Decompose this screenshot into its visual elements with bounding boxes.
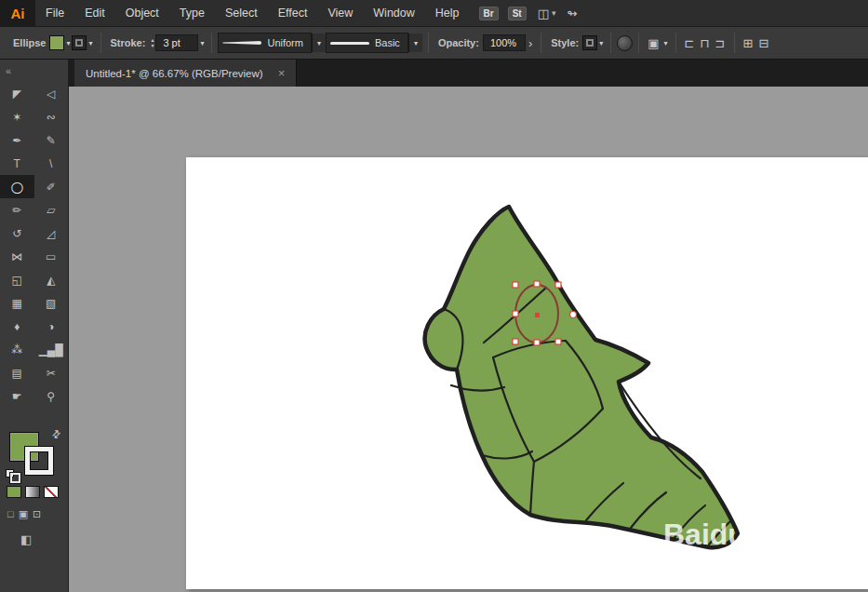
eraser-tool[interactable]: ▱ — [34, 198, 69, 222]
style-swatch[interactable] — [582, 35, 597, 50]
symbol-sprayer-tool[interactable]: ⁂ — [0, 338, 34, 361]
menu-object[interactable]: Object — [115, 0, 169, 26]
stroke-weight-stepper[interactable]: ▴▾ — [151, 37, 154, 48]
chevron-down-icon[interactable]: ▾ — [88, 39, 92, 47]
pen-tool[interactable]: ✒ — [0, 128, 34, 152]
workspace-icon[interactable]: ◫ — [538, 7, 549, 20]
opacity-input[interactable]: 100% — [483, 34, 526, 51]
tool-grid: ◤ ◁ ✶ ∾ ✒ ✎ T \ ◯ ✐ ✏ ▱ ↺ ◿ ⋈ ▭ ◱ ◭ ▦ ▧ … — [0, 82, 68, 408]
free-transform-tool[interactable]: ▭ — [34, 245, 69, 268]
lasso-tool[interactable]: ∾ — [34, 105, 69, 128]
tools-panel: « ◤ ◁ ✶ ∾ ✒ ✎ T \ ◯ ✐ ✏ ▱ ↺ ◿ ⋈ ▭ ◱ ◭ ▦ … — [0, 60, 69, 592]
width-tool[interactable]: ⋈ — [0, 245, 34, 268]
blend-tool[interactable]: ◑ — [34, 315, 69, 338]
magic-wand-tool[interactable]: ✶ — [0, 105, 34, 128]
collapse-icon: « — [6, 65, 11, 76]
draw-normal-icon[interactable]: □ — [7, 508, 14, 520]
rotate-tool[interactable]: ↺ — [0, 222, 34, 245]
document-tab[interactable]: Untitled-1* @ 66.67% (RGB/Preview) × — [74, 60, 297, 87]
hand-tool[interactable]: ☛ — [0, 384, 34, 408]
eyedropper-tool[interactable]: ♦ — [0, 315, 34, 338]
direct-selection-tool[interactable]: ◁ — [34, 82, 69, 105]
chevron-down-icon[interactable]: ▾ — [552, 8, 556, 18]
slice-tool[interactable]: ✂ — [34, 361, 69, 384]
document-tab-title: Untitled-1* @ 66.67% (RGB/Preview) — [86, 68, 263, 79]
align-right-icon[interactable]: ⊐ — [715, 36, 726, 50]
canvas-area[interactable]: Baidu — [69, 87, 868, 592]
gradient-tool[interactable]: ▧ — [34, 291, 69, 315]
cocoon-shape[interactable] — [425, 207, 738, 547]
chevron-down-icon[interactable]: ▾ — [664, 39, 668, 47]
perspective-grid-tool[interactable]: ◭ — [34, 268, 69, 291]
menu-help[interactable]: Help — [425, 0, 470, 26]
menu-window[interactable]: Window — [363, 0, 424, 26]
panel-collapse-button[interactable]: « — [0, 60, 68, 82]
fill-color-swatch[interactable] — [49, 35, 64, 50]
paintbrush-tool[interactable]: ✐ — [34, 175, 69, 198]
mesh-tool[interactable]: ▦ — [0, 291, 34, 315]
width-profile-preview — [222, 41, 261, 45]
chevron-down-icon[interactable]: ▾ — [66, 39, 70, 47]
transform-panel-icon[interactable]: ⊞ — [743, 36, 754, 50]
gradient-button[interactable] — [25, 486, 40, 498]
curvature-tool[interactable]: ✎ — [34, 128, 69, 152]
chevron-down-icon[interactable]: ▾ — [599, 39, 603, 47]
menu-view[interactable]: View — [317, 0, 363, 26]
pointer-swirl-icon[interactable]: ↬ — [567, 7, 577, 20]
stepper-down-icon[interactable]: ▾ — [151, 43, 154, 48]
default-fill-stroke-icon[interactable] — [6, 469, 19, 480]
menu-file[interactable]: File — [35, 0, 74, 26]
style-label: Style: — [551, 37, 579, 48]
none-button[interactable] — [44, 486, 59, 498]
handle-top-right — [555, 282, 561, 288]
menu-type[interactable]: Type — [169, 0, 215, 26]
type-tool[interactable]: T — [0, 152, 34, 175]
line-segment-tool[interactable]: \ — [34, 152, 69, 175]
close-icon[interactable]: × — [278, 66, 286, 80]
chevron-right-icon[interactable]: › — [528, 36, 532, 50]
color-button[interactable] — [7, 486, 21, 498]
zoom-tool[interactable]: ⚲ — [34, 384, 69, 408]
width-profile-dropdown[interactable]: Uniform — [218, 33, 312, 53]
stroke-color-well[interactable] — [25, 447, 53, 475]
screen-mode-icon[interactable]: ◧ — [20, 532, 32, 546]
handle-mid-left — [513, 311, 518, 316]
width-profile-value: Uniform — [267, 37, 303, 48]
transform-widget-icon[interactable]: ▣ — [648, 36, 659, 50]
align-center-icon[interactable]: ⊓ — [700, 36, 709, 50]
drawing-mode-buttons: □ ▣ ⊡ — [0, 508, 69, 520]
draw-behind-icon[interactable]: ▣ — [19, 508, 28, 520]
pencil-tool[interactable]: ✏ — [0, 198, 34, 222]
chevron-down-icon: ▾ — [414, 39, 418, 47]
align-left-icon[interactable]: ⊏ — [685, 36, 695, 50]
brush-chevron[interactable]: ▾ — [408, 34, 422, 52]
separator — [100, 33, 101, 53]
separator — [610, 33, 611, 53]
menu-edit[interactable]: Edit — [74, 0, 115, 26]
width-profile-chevron[interactable]: ▾ — [312, 34, 326, 52]
scale-tool[interactable]: ◿ — [34, 222, 69, 245]
chevron-down-icon[interactable]: ▾ — [200, 39, 204, 47]
mini-stroke-square — [10, 473, 20, 483]
bridge-button[interactable]: Br — [479, 7, 499, 20]
artboard-tool[interactable]: ▤ — [0, 361, 34, 384]
stroke-color-swatch[interactable] — [72, 35, 87, 50]
swap-fill-stroke-icon[interactable]: ⇄ — [49, 427, 64, 442]
menu-select[interactable]: Select — [215, 0, 268, 26]
artboard[interactable]: Baidu — [186, 157, 868, 589]
column-graph-tool[interactable]: ▁▄█ — [34, 338, 69, 361]
stroke-weight-input[interactable]: 3 pt — [155, 34, 198, 51]
selection-tool[interactable]: ◤ — [0, 82, 34, 105]
separator — [675, 33, 676, 53]
app-logo[interactable]: Ai — [0, 0, 35, 26]
brush-dropdown[interactable]: Basic — [326, 33, 408, 53]
handle-bottom-mid — [534, 340, 540, 345]
shape-builder-tool[interactable]: ◱ — [0, 268, 34, 291]
align-panel-icon[interactable]: ⊟ — [758, 36, 768, 50]
draw-inside-icon[interactable]: ⊡ — [33, 508, 41, 520]
ellipse-tool[interactable]: ◯ — [0, 175, 34, 198]
stock-button[interactable]: St — [508, 7, 527, 20]
menu-effect[interactable]: Effect — [268, 0, 318, 26]
separator — [734, 33, 735, 53]
document-setup-globe-icon[interactable] — [617, 35, 633, 51]
